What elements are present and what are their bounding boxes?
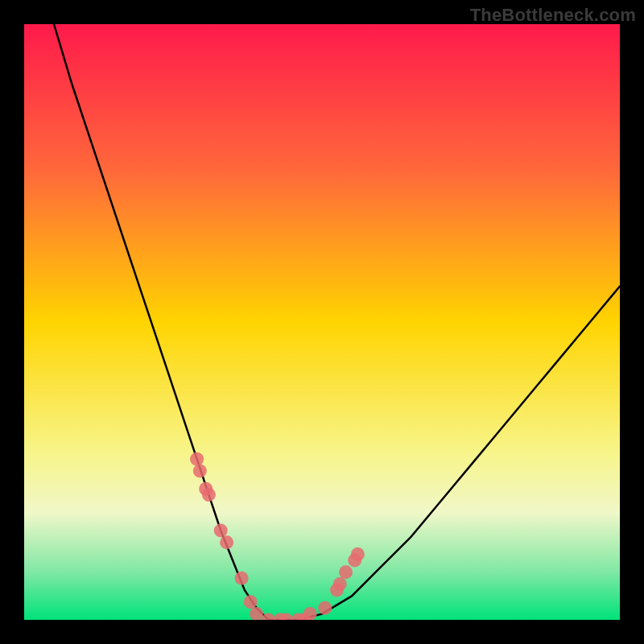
marker-point	[351, 547, 365, 561]
chart-frame: TheBottleneck.com	[0, 0, 644, 644]
marker-point	[339, 565, 353, 579]
marker-point	[318, 601, 332, 615]
gradient-background	[24, 24, 620, 620]
marker-point	[244, 595, 258, 609]
chart-canvas	[24, 24, 620, 620]
marker-point	[220, 535, 233, 549]
plot-area	[24, 24, 620, 620]
marker-point	[333, 577, 347, 591]
watermark-text: TheBottleneck.com	[470, 5, 636, 26]
marker-point	[214, 524, 228, 538]
marker-point	[202, 488, 216, 502]
marker-point	[235, 572, 249, 585]
marker-point	[193, 464, 207, 478]
marker-point	[190, 452, 204, 466]
